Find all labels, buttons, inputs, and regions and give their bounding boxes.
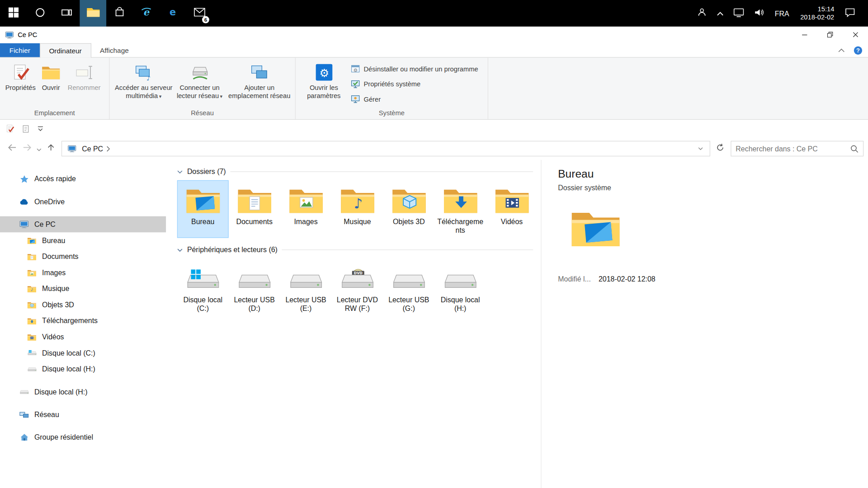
drive-icon [19, 389, 29, 395]
sidebar-item-this-pc[interactable]: Ce PC [0, 216, 166, 233]
media-server-button[interactable]: ♪ Accéder au serveur multimédia▾ [114, 60, 173, 101]
system-properties-button[interactable]: Propriétés système [348, 78, 481, 90]
tile-images[interactable]: Images [280, 180, 332, 238]
taskbar-mail-button[interactable]: 6 [186, 0, 212, 27]
open-settings-button[interactable]: ⚙ Ouvrir les paramètres [306, 60, 342, 101]
taskbar-store-button[interactable] [106, 0, 133, 27]
breadcrumb-chevron-icon[interactable] [106, 146, 110, 152]
open-button[interactable]: Ouvrir [37, 60, 66, 92]
tile-disque-local-h[interactable]: Disque local (H:) [434, 258, 486, 316]
sidebar-item-musique[interactable]: ♪Musique [0, 281, 166, 297]
open-folder-icon [42, 62, 61, 82]
sidebar-item-onedrive[interactable]: OneDrive [0, 193, 166, 210]
tile-lecteur-usb-g[interactable]: Lecteur USB (G:) [383, 258, 434, 316]
taskbar-task-view-button[interactable] [53, 0, 80, 27]
sidebar-item-label: Images [42, 268, 66, 277]
tile-lecteur-usb-e[interactable]: Lecteur USB (E:) [280, 258, 332, 316]
minimize-ribbon-button[interactable] [838, 48, 845, 52]
search-input[interactable] [736, 145, 848, 153]
sidebar-item-label: Objets 3D [42, 300, 74, 309]
window-title: Ce PC [18, 31, 37, 39]
properties-button[interactable]: Propriétés [5, 60, 37, 92]
customize-qat-button[interactable] [37, 126, 44, 131]
dropdown-arrow-icon: ▾ [220, 94, 223, 99]
qat-properties-button[interactable] [5, 124, 14, 133]
tile-lecteur-dvd-f[interactable]: DVDLecteur DVD RW (F:) [331, 258, 383, 316]
collapse-chevron-icon[interactable] [177, 170, 183, 173]
sidebar-item-objets-3d[interactable]: Objets 3D [0, 297, 166, 313]
tile-documents[interactable]: Documents [229, 180, 280, 238]
tile-disque-local-c[interactable]: Disque local (C:) [177, 258, 229, 316]
minimize-button[interactable] [792, 27, 817, 43]
sidebar-item-quick-access[interactable]: Accès rapide [0, 171, 166, 187]
tile-telechargements[interactable]: Téléchargements [434, 180, 486, 238]
show-hidden-icons-button[interactable] [712, 0, 728, 27]
section-title: Dossiers (7) [187, 168, 226, 176]
section-divider [230, 171, 533, 172]
manage-button[interactable]: Gérer [348, 93, 481, 105]
sidebar-item-documents[interactable]: Documents [0, 249, 166, 265]
svg-text:♪: ♪ [146, 75, 151, 82]
search-icon[interactable] [850, 145, 859, 153]
sidebar-item-groupe-residentiel[interactable]: Groupe résidentiel [0, 429, 166, 446]
tile-label: Musique [344, 217, 371, 226]
volume-icon [754, 8, 764, 19]
clock[interactable]: 15:14 2018-02-02 [795, 5, 840, 22]
tab-affichage[interactable]: Affichage [91, 43, 138, 57]
people-button[interactable] [692, 0, 712, 27]
tab-ordinateur[interactable]: Ordinateur [40, 43, 91, 58]
taskbar-cortana-button[interactable] [27, 0, 53, 27]
restore-button[interactable] [817, 27, 842, 43]
sidebar-item-label: Accès rapide [34, 175, 76, 183]
taskbar-start-button[interactable] [0, 0, 27, 27]
display-button[interactable] [728, 0, 749, 27]
uninstall-program-button[interactable]: ⚙ Désinstaller ou modifier un programme [348, 63, 481, 75]
desktop-folder-icon [570, 206, 621, 250]
tile-videos[interactable]: Vidéos [486, 180, 538, 238]
group-label-reseau: Réseau [109, 107, 295, 119]
recent-locations-button[interactable] [34, 141, 43, 156]
system-properties-icon [351, 79, 360, 89]
close-button[interactable] [843, 27, 868, 43]
sidebar-item-reseau[interactable]: Réseau [0, 407, 166, 423]
drive-icon [443, 262, 478, 293]
tile-lecteur-usb-d[interactable]: Lecteur USB (D:) [229, 258, 280, 316]
forward-button[interactable] [19, 141, 34, 156]
action-center-button[interactable] [840, 0, 860, 27]
sidebar-item-disque-c[interactable]: Disque local (C:) [0, 345, 166, 361]
breadcrumb-this-pc[interactable]: Ce PC [82, 145, 103, 153]
tile-objets-3d[interactable]: Objets 3D [383, 180, 434, 238]
taskbar-file-explorer-button[interactable] [80, 0, 106, 27]
star-icon [19, 174, 29, 183]
sidebar-item-disque-h[interactable]: Disque local (H:) [0, 361, 166, 377]
sidebar-item-disque-h-2[interactable]: Disque local (H:) [0, 384, 166, 400]
add-network-location-button[interactable]: Ajouter un emplacement réseau [226, 60, 293, 101]
taskbar-apps: ee6 [0, 0, 212, 27]
rename-button[interactable]: Renommer [65, 60, 103, 92]
tile-bureau[interactable]: Bureau [177, 180, 229, 238]
address-dropdown-button[interactable] [695, 147, 707, 150]
refresh-button[interactable] [712, 141, 727, 156]
folder-pics-icon [288, 184, 323, 215]
sidebar-item-videos[interactable]: Vidéos [0, 329, 166, 345]
sidebar-item-bureau[interactable]: Bureau [0, 232, 166, 249]
map-network-drive-button[interactable]: Connecter un lecteur réseau▾ [173, 60, 226, 101]
network-icon [19, 411, 29, 418]
volume-button[interactable] [749, 0, 769, 27]
taskbar-edge-button[interactable]: e [160, 0, 186, 27]
tile-musique[interactable]: ♪Musique [331, 180, 383, 238]
sidebar-item-images[interactable]: Images [0, 264, 166, 281]
language-indicator[interactable]: FRA [769, 9, 795, 17]
tile-label: Lecteur USB (G:) [385, 296, 433, 313]
collapse-chevron-icon[interactable] [177, 248, 183, 251]
taskbar-internet-explorer-button[interactable]: e [133, 0, 160, 27]
qat-new-item-button[interactable] [22, 125, 30, 133]
minimize-icon [801, 30, 807, 40]
help-button[interactable]: ? [854, 46, 863, 55]
address-bar[interactable]: Ce PC [61, 141, 710, 156]
sidebar-item-telechargements[interactable]: Téléchargements [0, 313, 166, 329]
svg-text:DVD: DVD [354, 271, 363, 275]
tab-fichier[interactable]: Fichier [0, 43, 40, 57]
back-button[interactable] [5, 141, 19, 156]
up-button[interactable] [43, 141, 58, 156]
